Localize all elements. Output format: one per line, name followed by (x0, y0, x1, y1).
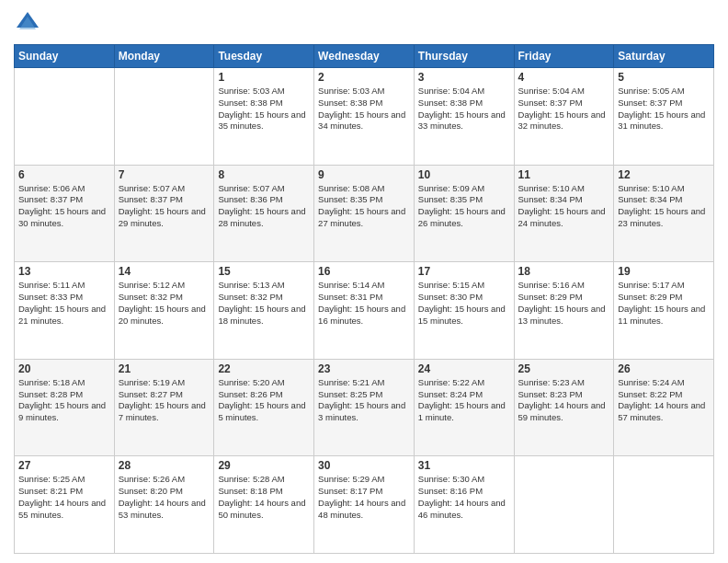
day-number: 30 (318, 459, 410, 472)
cell-info: Sunrise: 5:11 AM Sunset: 8:33 PM Dayligh… (18, 280, 110, 327)
calendar-cell: 1Sunrise: 5:03 AM Sunset: 8:38 PM Daylig… (214, 68, 314, 166)
calendar-week-row: 20Sunrise: 5:18 AM Sunset: 8:28 PM Dayli… (15, 359, 714, 456)
cell-info: Sunrise: 5:24 AM Sunset: 8:22 PM Dayligh… (618, 377, 710, 424)
day-number: 31 (418, 459, 510, 472)
cell-info: Sunrise: 5:20 AM Sunset: 8:26 PM Dayligh… (218, 377, 310, 424)
calendar-cell: 22Sunrise: 5:20 AM Sunset: 8:26 PM Dayli… (214, 359, 314, 456)
day-number: 6 (18, 168, 110, 181)
cell-info: Sunrise: 5:14 AM Sunset: 8:31 PM Dayligh… (318, 280, 410, 327)
calendar-week-row: 6Sunrise: 5:06 AM Sunset: 8:37 PM Daylig… (15, 165, 714, 262)
calendar-cell: 27Sunrise: 5:25 AM Sunset: 8:21 PM Dayli… (15, 456, 115, 554)
day-number: 29 (218, 459, 310, 472)
weekday-header: Saturday (614, 45, 714, 68)
cell-info: Sunrise: 5:15 AM Sunset: 8:30 PM Dayligh… (418, 280, 510, 327)
day-number: 4 (518, 71, 610, 84)
cell-info: Sunrise: 5:30 AM Sunset: 8:16 PM Dayligh… (418, 474, 510, 521)
cell-info: Sunrise: 5:28 AM Sunset: 8:18 PM Dayligh… (218, 474, 310, 521)
day-number: 7 (119, 168, 210, 181)
cell-info: Sunrise: 5:04 AM Sunset: 8:38 PM Dayligh… (418, 86, 510, 132)
calendar-cell: 18Sunrise: 5:16 AM Sunset: 8:29 PM Dayli… (514, 262, 614, 360)
cell-info: Sunrise: 5:04 AM Sunset: 8:37 PM Dayligh… (518, 86, 610, 132)
day-number: 17 (418, 265, 510, 278)
calendar-cell (514, 456, 614, 554)
page: SundayMondayTuesdayWednesdayThursdayFrid… (0, 0, 728, 563)
day-number: 26 (618, 362, 710, 375)
calendar-cell: 12Sunrise: 5:10 AM Sunset: 8:34 PM Dayli… (614, 165, 714, 262)
calendar-cell: 23Sunrise: 5:21 AM Sunset: 8:25 PM Dayli… (314, 359, 415, 456)
cell-info: Sunrise: 5:05 AM Sunset: 8:37 PM Dayligh… (618, 86, 710, 132)
calendar-cell (614, 456, 714, 554)
weekday-header: Sunday (15, 45, 115, 68)
day-number: 3 (418, 71, 510, 84)
day-number: 5 (618, 71, 710, 84)
calendar-cell: 5Sunrise: 5:05 AM Sunset: 8:37 PM Daylig… (614, 68, 714, 166)
header (14, 9, 714, 37)
day-number: 16 (318, 265, 410, 278)
calendar-cell: 30Sunrise: 5:29 AM Sunset: 8:17 PM Dayli… (314, 456, 415, 554)
calendar-cell: 9Sunrise: 5:08 AM Sunset: 8:35 PM Daylig… (314, 165, 415, 262)
day-number: 8 (218, 168, 310, 181)
calendar-header-row: SundayMondayTuesdayWednesdayThursdayFrid… (15, 45, 714, 68)
logo (14, 9, 45, 37)
calendar-cell: 13Sunrise: 5:11 AM Sunset: 8:33 PM Dayli… (15, 262, 115, 360)
cell-info: Sunrise: 5:26 AM Sunset: 8:20 PM Dayligh… (119, 474, 210, 521)
calendar-table: SundayMondayTuesdayWednesdayThursdayFrid… (14, 44, 714, 554)
weekday-header: Friday (514, 45, 614, 68)
cell-info: Sunrise: 5:23 AM Sunset: 8:23 PM Dayligh… (518, 377, 610, 424)
calendar-cell: 2Sunrise: 5:03 AM Sunset: 8:38 PM Daylig… (314, 68, 415, 166)
day-number: 10 (418, 168, 510, 181)
calendar-cell: 3Sunrise: 5:04 AM Sunset: 8:38 PM Daylig… (414, 68, 514, 166)
day-number: 24 (418, 362, 510, 375)
cell-info: Sunrise: 5:03 AM Sunset: 8:38 PM Dayligh… (218, 86, 310, 132)
day-number: 9 (318, 168, 410, 181)
cell-info: Sunrise: 5:07 AM Sunset: 8:36 PM Dayligh… (218, 183, 310, 230)
logo-icon (14, 9, 41, 37)
calendar-cell: 31Sunrise: 5:30 AM Sunset: 8:16 PM Dayli… (414, 456, 514, 554)
cell-info: Sunrise: 5:29 AM Sunset: 8:17 PM Dayligh… (318, 474, 410, 521)
cell-info: Sunrise: 5:16 AM Sunset: 8:29 PM Dayligh… (518, 280, 610, 327)
day-number: 14 (119, 265, 210, 278)
cell-info: Sunrise: 5:18 AM Sunset: 8:28 PM Dayligh… (18, 377, 110, 424)
cell-info: Sunrise: 5:07 AM Sunset: 8:37 PM Dayligh… (119, 183, 210, 230)
calendar-cell: 25Sunrise: 5:23 AM Sunset: 8:23 PM Dayli… (514, 359, 614, 456)
cell-info: Sunrise: 5:06 AM Sunset: 8:37 PM Dayligh… (18, 183, 110, 230)
cell-info: Sunrise: 5:09 AM Sunset: 8:35 PM Dayligh… (418, 183, 510, 230)
calendar-cell: 17Sunrise: 5:15 AM Sunset: 8:30 PM Dayli… (414, 262, 514, 360)
calendar-week-row: 27Sunrise: 5:25 AM Sunset: 8:21 PM Dayli… (15, 456, 714, 554)
calendar-cell: 10Sunrise: 5:09 AM Sunset: 8:35 PM Dayli… (414, 165, 514, 262)
calendar-cell: 4Sunrise: 5:04 AM Sunset: 8:37 PM Daylig… (514, 68, 614, 166)
cell-info: Sunrise: 5:22 AM Sunset: 8:24 PM Dayligh… (418, 377, 510, 424)
day-number: 21 (119, 362, 210, 375)
calendar-cell: 21Sunrise: 5:19 AM Sunset: 8:27 PM Dayli… (114, 359, 214, 456)
calendar-cell: 29Sunrise: 5:28 AM Sunset: 8:18 PM Dayli… (214, 456, 314, 554)
calendar-cell: 8Sunrise: 5:07 AM Sunset: 8:36 PM Daylig… (214, 165, 314, 262)
weekday-header: Monday (114, 45, 214, 68)
calendar-cell: 16Sunrise: 5:14 AM Sunset: 8:31 PM Dayli… (314, 262, 415, 360)
calendar-cell: 19Sunrise: 5:17 AM Sunset: 8:29 PM Dayli… (614, 262, 714, 360)
day-number: 13 (18, 265, 110, 278)
weekday-header: Thursday (414, 45, 514, 68)
day-number: 1 (218, 71, 310, 84)
cell-info: Sunrise: 5:25 AM Sunset: 8:21 PM Dayligh… (18, 474, 110, 521)
weekday-header: Tuesday (214, 45, 314, 68)
day-number: 20 (18, 362, 110, 375)
calendar-week-row: 13Sunrise: 5:11 AM Sunset: 8:33 PM Dayli… (15, 262, 714, 360)
cell-info: Sunrise: 5:21 AM Sunset: 8:25 PM Dayligh… (318, 377, 410, 424)
cell-info: Sunrise: 5:19 AM Sunset: 8:27 PM Dayligh… (119, 377, 210, 424)
day-number: 23 (318, 362, 410, 375)
day-number: 15 (218, 265, 310, 278)
calendar-week-row: 1Sunrise: 5:03 AM Sunset: 8:38 PM Daylig… (15, 68, 714, 166)
day-number: 28 (119, 459, 210, 472)
day-number: 11 (518, 168, 610, 181)
calendar-cell: 14Sunrise: 5:12 AM Sunset: 8:32 PM Dayli… (114, 262, 214, 360)
calendar-cell: 24Sunrise: 5:22 AM Sunset: 8:24 PM Dayli… (414, 359, 514, 456)
day-number: 25 (518, 362, 610, 375)
day-number: 2 (318, 71, 410, 84)
day-number: 19 (618, 265, 710, 278)
calendar-cell (15, 68, 115, 166)
cell-info: Sunrise: 5:03 AM Sunset: 8:38 PM Dayligh… (318, 86, 410, 132)
weekday-header: Wednesday (314, 45, 415, 68)
cell-info: Sunrise: 5:13 AM Sunset: 8:32 PM Dayligh… (218, 280, 310, 327)
cell-info: Sunrise: 5:08 AM Sunset: 8:35 PM Dayligh… (318, 183, 410, 230)
calendar-cell: 7Sunrise: 5:07 AM Sunset: 8:37 PM Daylig… (114, 165, 214, 262)
